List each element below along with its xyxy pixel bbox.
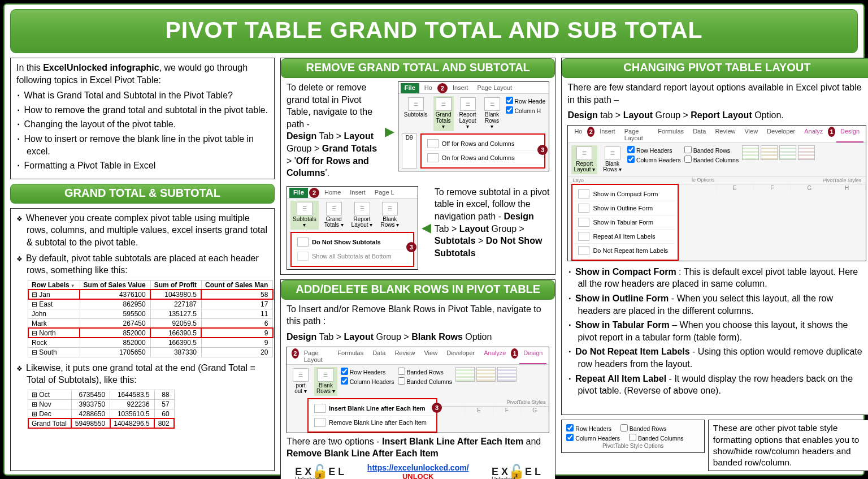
blank-intro: To Insert and/or Remove Blank Rows in Pi… (287, 303, 549, 327)
ribbon-tab-file[interactable]: File (289, 188, 308, 198)
chk-banded-rows[interactable]: Banded Rows (684, 145, 739, 154)
chk-row-headers[interactable]: Row Headers (627, 145, 681, 154)
chk-banded-rows[interactable]: Banded Rows (398, 367, 452, 376)
ribbon-btn-blankrows[interactable]: ☰BlankRows ▾ (314, 367, 337, 396)
chk-banded-cols[interactable]: Banded Columns (684, 155, 739, 163)
ribbon-btn-report[interactable]: ☰portout ▾ (290, 367, 311, 396)
pivottable-styles-gallery[interactable] (455, 367, 545, 382)
ribbon-tab[interactable]: Page L (371, 188, 398, 198)
cell: ⊟ East (28, 299, 80, 309)
chk-banded-cols[interactable]: Banded Columns (398, 377, 452, 385)
menu-repeat[interactable]: Repeat All Item Labels (575, 230, 675, 244)
cell: 59498550 (71, 418, 110, 428)
layout-bullet: Show in Tabular Form – When you choose t… (578, 319, 866, 343)
ribbon-btn-reportlayout[interactable]: ☰ReportLayout ▾ (349, 201, 375, 230)
ribbon-btn-grandtotals[interactable]: ☰GrandTotals ▾ (433, 96, 454, 131)
ribbon-tab[interactable]: Page Layout (473, 83, 516, 93)
menu-compact[interactable]: Show in Compact Form (575, 187, 675, 201)
ribbon-tab[interactable]: Page Layout (300, 348, 333, 364)
ribbon-tab[interactable]: Data (689, 127, 710, 143)
ribbon-btn-reportlayout[interactable]: ☰ReportLayout ▾ (457, 96, 479, 131)
ribbon-tab[interactable]: Insert (596, 127, 619, 143)
ribbon-tab[interactable]: Review (390, 348, 419, 364)
pivottable-styles-gallery[interactable] (742, 145, 862, 160)
ribbon-btn-blankrows[interactable]: ☰BlankRows ▾ (378, 201, 401, 230)
ribbon-tab[interactable]: View (740, 127, 762, 143)
intro-panel: In this ExcelUnlocked infographic, we wo… (10, 58, 275, 179)
ribbon-tab-design[interactable]: Design (836, 127, 863, 143)
ribbon-btn-subtotals[interactable]: ☰Subtotals▾ (290, 201, 319, 230)
ribbon-tab[interactable]: Insert (346, 188, 370, 198)
gtst-bullets2: Likewise, it puts one grand total at the… (16, 362, 268, 386)
cell: 9 (201, 328, 272, 338)
ribbon-tab[interactable]: Ho (570, 127, 586, 143)
intro-bullets: What is Grand Total and Subtotal in the … (16, 89, 268, 172)
intro-lead: In this ExcelUnlocked infographic, we wo… (16, 62, 268, 86)
step-badge-2: 2 (309, 188, 319, 198)
ribbon-btn-grandtotals[interactable]: ☰GrandTotals ▾ (322, 201, 346, 230)
ribbon-tab[interactable]: Formulas (654, 127, 688, 143)
ribbon-btn-blankrows[interactable]: ☰BlankRows ▾ (482, 96, 502, 131)
chk-column-headers[interactable]: Column H (506, 106, 546, 114)
cell: 387330 (150, 347, 201, 357)
chk-column-headers[interactable]: Column Headers (627, 155, 681, 163)
chk-banded-cols[interactable]: Banded Columns (629, 433, 683, 442)
ribbon-tab[interactable]: Formulas (333, 348, 367, 364)
ribbon-tab[interactable]: Developer (442, 348, 479, 364)
menu-tabular[interactable]: Show in Tabular Form (575, 215, 675, 230)
ribbon-tab-analyze[interactable]: Analyze (480, 348, 510, 364)
ribbon-tab[interactable]: Insert (449, 83, 472, 93)
menu-show-subtotals-bottom[interactable]: Show all Subtotals at Bottom (294, 249, 411, 264)
cell: 166390.5 (150, 338, 201, 347)
cell: 1043980.5 (150, 290, 201, 299)
logo-right: E X🔓E LUnlocked (492, 464, 541, 479)
reportlayout-menu: Show in Compact Form Show in Outline For… (571, 184, 679, 261)
cell: 92059.5 (150, 318, 201, 328)
chk-row-headers[interactable]: Row Headers (566, 424, 611, 432)
cell: 1035610.5 (110, 409, 154, 418)
cell: 852000 (80, 338, 150, 347)
cell: 9 (201, 338, 272, 347)
cell: 862950 (80, 299, 150, 309)
ribbon-tab[interactable]: View (420, 348, 441, 364)
cell: ⊞ Dec (28, 409, 72, 418)
cell: 595500 (80, 309, 150, 318)
ribbon-tab[interactable]: Developer (763, 127, 799, 143)
ribbon-tab-design[interactable]: Design (519, 348, 546, 364)
cell: 60 (154, 409, 174, 418)
cell: 802 (154, 418, 174, 428)
cell: John (28, 309, 80, 318)
menu-outline[interactable]: Show in Outline Form (575, 201, 675, 215)
ribbon-tab[interactable]: Review (711, 127, 739, 143)
ribbon-btn-blankrows[interactable]: ☰BlankRows ▾ (601, 145, 624, 174)
columns: In this ExcelUnlocked infographic, we wo… (10, 58, 858, 471)
site-link[interactable]: https://excelunlocked.com/ (367, 463, 469, 472)
gtst-panel: Whenever you create complex pivot table … (10, 208, 275, 471)
ribbon-tab[interactable]: Home (320, 188, 345, 198)
style-note: These are other pivot table style format… (708, 420, 868, 471)
arrow-left-icon: ◀ (422, 221, 431, 235)
step-badge-1: 1 (828, 127, 835, 137)
menu-do-not-show-subtotals[interactable]: Do Not Show Subtotals (294, 235, 411, 249)
ribbon-tab[interactable]: Page Layout (620, 127, 653, 143)
remove-header: REMOVE GRAND TOTAL AND SUBTOTAL (281, 58, 555, 78)
menu-norepeat[interactable]: Do Not Repeat Item Labels (575, 244, 675, 257)
menu-on-rows-cols[interactable]: On for Rows and Columns (424, 151, 542, 165)
ribbon-btn-subtotals[interactable]: ☰Subtotals (402, 96, 430, 119)
ribbon-btn-reportlayout[interactable]: ☰ReportLayout ▾ (571, 145, 597, 174)
ribbon-tab-analyze[interactable]: Analyz (800, 127, 827, 143)
chk-row-headers[interactable]: Row Headers (341, 367, 394, 376)
chk-banded-rows[interactable]: Banded Rows (620, 424, 666, 432)
menu-off-rows-cols[interactable]: Off for Rows and Columns (424, 137, 542, 151)
tbl-hdr: Sum of Profit (150, 280, 201, 290)
menu-remove-blank[interactable]: Remove Blank Line after Each Item (311, 416, 434, 429)
main-title: PIVOT TABLE GRAND TOTAL AND SUB TOTAL (10, 9, 858, 53)
ribbon-tab[interactable]: Data (368, 348, 389, 364)
ribbon-tab-file[interactable]: File (401, 83, 419, 93)
cell: 11 (201, 309, 272, 318)
menu-insert-blank[interactable]: Insert Blank Line after Each Item (311, 402, 434, 416)
chk-column-headers[interactable]: Column Headers (341, 377, 394, 385)
ribbon-tab[interactable]: Ho (420, 83, 436, 93)
chk-row-headers[interactable]: Row Heade (506, 96, 546, 105)
chk-column-headers[interactable]: Column Headers (566, 433, 620, 442)
